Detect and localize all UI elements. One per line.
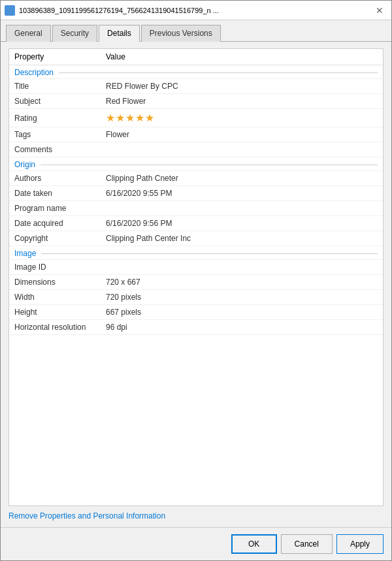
remove-properties-link-container: Remove Properties and Personal Informati… [8, 511, 384, 521]
tab-general[interactable]: General [6, 25, 51, 42]
property-value: Flower [101, 127, 383, 142]
table-row: SubjectRed Flower [9, 94, 383, 109]
section-divider-line [59, 72, 378, 73]
rating-stars: ★★★★★ [106, 112, 155, 123]
apply-button[interactable]: Apply [336, 534, 384, 554]
table-row: Date acquired6/16/2020 9:56 PM [9, 216, 383, 231]
ok-button[interactable]: OK [231, 534, 277, 554]
property-value: 96 dpi [101, 320, 383, 335]
section-divider-line [41, 165, 378, 165]
property-value: 720 x 667 [101, 275, 383, 290]
property-name: Date taken [9, 186, 101, 201]
tab-previous-versions[interactable]: Previous Versions [141, 25, 221, 42]
property-name: Title [9, 79, 101, 94]
table-row: Date taken6/16/2020 9:55 PM [9, 186, 383, 201]
col-property-header: Property [9, 49, 101, 65]
properties-panel: Property Value DescriptionTitleRED Flowe… [8, 48, 384, 506]
property-name: Width [9, 290, 101, 305]
footer-buttons: OK Cancel Apply [1, 527, 391, 560]
property-value: 6/16/2020 9:55 PM [101, 186, 383, 201]
table-row: Width720 pixels [9, 290, 383, 305]
file-icon [5, 5, 15, 16]
title-bar-left: 103896389_1091199561276194_7566241319041… [5, 5, 219, 16]
table-section-header: Origin [9, 157, 383, 171]
property-value [101, 260, 383, 275]
property-name: Rating [9, 109, 101, 127]
table-row: AuthorsClipping Path Cneter [9, 171, 383, 186]
table-section-header: Description [9, 65, 383, 79]
table-section-header: Image [9, 246, 383, 260]
property-value: Clipping Path Center Inc [101, 231, 383, 246]
properties-scroll-area[interactable]: Property Value DescriptionTitleRED Flowe… [9, 49, 383, 505]
property-value: RED Flower By CPC [101, 79, 383, 94]
col-value-header: Value [101, 49, 383, 65]
section-divider-line [41, 253, 378, 254]
section-label: Origin [14, 160, 35, 169]
property-value: 720 pixels [101, 290, 383, 305]
property-value [101, 142, 383, 157]
property-name: Comments [9, 142, 101, 157]
property-value: Clipping Path Cneter [101, 171, 383, 186]
property-name: Height [9, 305, 101, 320]
table-row: Image ID [9, 260, 383, 275]
tab-content: Property Value DescriptionTitleRED Flowe… [1, 42, 391, 527]
property-name: Subject [9, 94, 101, 109]
property-name: Tags [9, 127, 101, 142]
table-row: Program name [9, 201, 383, 216]
property-value: Red Flower [101, 94, 383, 109]
property-name: Copyright [9, 231, 101, 246]
table-row: CopyrightClipping Path Center Inc [9, 231, 383, 246]
tab-bar: General Security Details Previous Versio… [1, 20, 391, 42]
property-value: 6/16/2020 9:56 PM [101, 216, 383, 231]
property-name: Dimensions [9, 275, 101, 290]
table-row: TitleRED Flower By CPC [9, 79, 383, 94]
cancel-button[interactable]: Cancel [281, 534, 333, 554]
tab-security[interactable]: Security [52, 25, 97, 42]
properties-table: Property Value DescriptionTitleRED Flowe… [9, 49, 383, 335]
remove-properties-link[interactable]: Remove Properties and Personal Informati… [8, 511, 165, 521]
table-row: Comments [9, 142, 383, 157]
section-label: Image [14, 249, 36, 258]
property-value: 667 pixels [101, 305, 383, 320]
table-row: Dimensions720 x 667 [9, 275, 383, 290]
file-properties-window: 103896389_1091199561276194_7566241319041… [0, 0, 392, 561]
property-name: Date acquired [9, 216, 101, 231]
window-title: 103896389_1091199561276194_7566241319041… [19, 7, 219, 14]
tab-details[interactable]: Details [99, 25, 140, 42]
close-button[interactable]: ✕ [372, 3, 387, 18]
title-bar: 103896389_1091199561276194_7566241319041… [1, 1, 391, 20]
property-name: Horizontal resolution [9, 320, 101, 335]
table-row: Rating★★★★★ [9, 109, 383, 127]
property-name: Authors [9, 171, 101, 186]
table-row: Horizontal resolution96 dpi [9, 320, 383, 335]
table-row: TagsFlower [9, 127, 383, 142]
property-name: Program name [9, 201, 101, 216]
table-row: Height667 pixels [9, 305, 383, 320]
property-value [101, 201, 383, 216]
property-name: Image ID [9, 260, 101, 275]
section-label: Description [14, 68, 54, 77]
property-value: ★★★★★ [101, 109, 383, 127]
